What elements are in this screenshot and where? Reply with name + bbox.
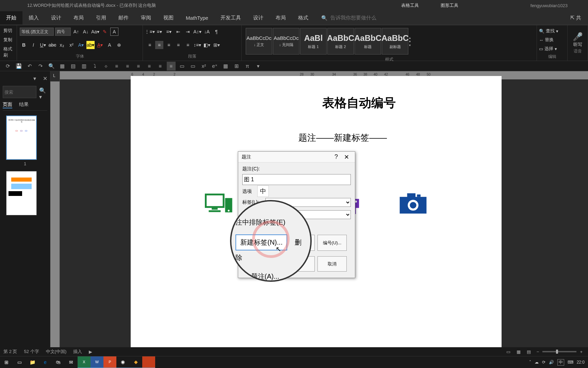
line-spacing-button[interactable]: ↕≡▾ [193, 41, 201, 49]
web-layout-button[interactable]: ▤ [524, 348, 533, 355]
replace-button[interactable]: ↔ 替换 [538, 35, 566, 44]
qat-insert-icon[interactable]: ▦ [221, 62, 230, 71]
tab-layout[interactable]: 布局 [67, 11, 90, 25]
qat-math2-icon[interactable]: eˣ [210, 62, 219, 71]
tab-view[interactable]: 视图 [157, 11, 180, 25]
font-family-select[interactable] [20, 28, 54, 36]
qat-crop-icon[interactable]: ⟐ [101, 62, 110, 71]
app2-icon[interactable] [142, 356, 155, 368]
copy-button[interactable]: 复制 [3, 36, 14, 44]
share-button[interactable]: ⇱ 共 [570, 15, 581, 21]
shrink-font-button[interactable]: A↓ [82, 28, 90, 36]
tray-time[interactable]: 22:0 [577, 360, 585, 365]
style-title[interactable]: AaBbC标题 [355, 28, 381, 55]
qat-save-icon[interactable]: 💾 [14, 62, 23, 71]
qat-more2-icon[interactable]: ≡ [123, 62, 132, 71]
zoom-out-button[interactable]: − [535, 349, 541, 354]
qat-redo-icon[interactable]: ↷ [36, 62, 45, 71]
multilevel-button[interactable]: ≡▾ [165, 28, 173, 36]
qat-box2-icon[interactable]: ▭ [189, 62, 197, 71]
nav-search-input[interactable] [3, 86, 36, 98]
qat-overflow-icon[interactable]: ▾ [254, 62, 263, 71]
numbering-button[interactable]: ≡▾ [155, 28, 163, 36]
align-left-button[interactable]: ≡ [146, 41, 154, 49]
font-color-button[interactable]: A▾ [96, 41, 104, 49]
explorer-icon[interactable]: 📁 [26, 356, 39, 368]
bullets-button[interactable]: ⋮≡▾ [146, 28, 154, 36]
increase-indent-button[interactable]: ⇥ [184, 28, 192, 36]
decrease-indent-button[interactable]: ⇤ [174, 28, 182, 36]
excel-icon[interactable]: X [78, 356, 91, 368]
cut-button[interactable]: 剪切 [3, 27, 14, 35]
text-effects-button[interactable]: A▾ [77, 41, 85, 49]
find-button[interactable]: 🔍 查找 ▾ [538, 27, 566, 35]
tab-mailings[interactable]: 邮件 [112, 11, 135, 25]
nav-tab-pages[interactable]: 页面 [3, 102, 12, 108]
qat-view1-icon[interactable]: ▦ [58, 62, 67, 71]
style-heading2[interactable]: AaBbC标题 2 [327, 28, 354, 55]
word-icon[interactable]: W [91, 356, 103, 368]
store-icon[interactable]: 🛍 [52, 356, 65, 368]
chrome-icon[interactable]: ◉ [116, 356, 129, 368]
dialog-titlebar[interactable]: 题注 ? ✕ [238, 152, 355, 163]
tray-up-icon[interactable]: ˄ [529, 360, 531, 365]
context-tab-table[interactable]: 表格工具 [397, 0, 423, 11]
qat-box1-icon[interactable]: ▭ [178, 62, 186, 71]
qat-view2-icon[interactable]: ▤ [69, 62, 78, 71]
status-language[interactable]: 中文(中国) [46, 349, 67, 355]
nav-dropdown-icon[interactable]: ▾ [33, 75, 36, 82]
tray-sync-icon[interactable]: ⟳ [542, 360, 545, 365]
underline-button[interactable]: U▾ [39, 41, 47, 49]
qat-view3-icon[interactable]: ▥ [80, 62, 88, 71]
tab-references[interactable]: 引用 [90, 11, 112, 25]
qat-math1-icon[interactable]: x² [199, 62, 208, 71]
tab-insert[interactable]: 插入 [22, 11, 45, 25]
show-marks-button[interactable]: ¶ [212, 28, 220, 36]
tray-ime-icon[interactable]: 中 [557, 359, 564, 366]
tab-layout2[interactable]: 布局 [270, 11, 292, 25]
qat-align-r-icon[interactable]: ≡ [167, 62, 176, 71]
qat-ruler-icon[interactable]: ⊞ [232, 62, 241, 71]
zoom-slider[interactable] [542, 351, 576, 352]
justify-button[interactable]: ≡ [174, 41, 182, 49]
align-center-button[interactable]: ≡ [155, 41, 163, 49]
tray-cloud-icon[interactable]: ☁ [535, 360, 539, 365]
styles-gallery[interactable]: AaBbCcDc↓ 正文 AaBbCcDc↓ 无间隔 AaBl标题 1 AaBb… [244, 27, 534, 56]
numbering-button[interactable]: 编号(U)... [317, 235, 347, 251]
dialog-close-button[interactable]: ✕ [341, 152, 352, 162]
qat-align-l-icon[interactable]: ≡ [145, 62, 154, 71]
qat-break-icon[interactable]: ⤵ [91, 62, 99, 71]
zoom-in-button[interactable]: + [578, 349, 585, 354]
status-macro-icon[interactable]: ▶ [89, 349, 92, 354]
caption-input[interactable] [242, 174, 351, 185]
tray-ime2-icon[interactable]: ⌨ [568, 360, 573, 365]
bold-button[interactable]: B [20, 41, 28, 49]
change-case-button[interactable]: Aa▾ [91, 28, 99, 36]
style-normal[interactable]: AaBbCcDc↓ 正文 [246, 28, 272, 55]
borders-button[interactable]: ⊞▾ [212, 41, 220, 49]
mail-icon[interactable]: ✉ [65, 356, 78, 368]
start-button[interactable]: ⊞ [0, 356, 13, 368]
edge-icon[interactable]: e [39, 356, 52, 368]
tab-review[interactable]: 审阅 [135, 11, 157, 25]
print-layout-button[interactable]: ▦ [514, 348, 523, 355]
clear-formatting-button[interactable]: ✎ [101, 28, 109, 36]
task-view-button[interactable]: ▭ [13, 356, 26, 368]
tab-home[interactable]: 开始 [0, 11, 22, 25]
style-nospacing[interactable]: AaBbCcDc↓ 无间隔 [273, 28, 299, 55]
qat-more1-icon[interactable]: ≡ [112, 62, 121, 71]
select-button[interactable]: ▭ 选择 ▾ [538, 44, 566, 53]
qat-align-c-icon[interactable]: ≡ [156, 62, 165, 71]
superscript-button[interactable]: x² [67, 41, 76, 49]
dialog-help-button[interactable]: ? [331, 152, 341, 162]
enclose-button[interactable]: ⊕ [115, 41, 123, 49]
search-icon[interactable]: 🔍▾ [38, 86, 47, 102]
user-name[interactable]: fengyuwubian1023 [530, 3, 568, 8]
distribute-button[interactable]: ≡ [184, 41, 192, 49]
tell-me-search[interactable]: 🔍 告诉我你想要做什么 [321, 15, 376, 21]
font-size-select[interactable] [55, 28, 71, 36]
qat-pi-icon[interactable]: π [243, 62, 252, 71]
nav-tab-results[interactable]: 结果 [19, 102, 29, 108]
read-mode-button[interactable]: ▭ [504, 348, 513, 355]
page-thumbnail-2[interactable] [6, 171, 37, 215]
